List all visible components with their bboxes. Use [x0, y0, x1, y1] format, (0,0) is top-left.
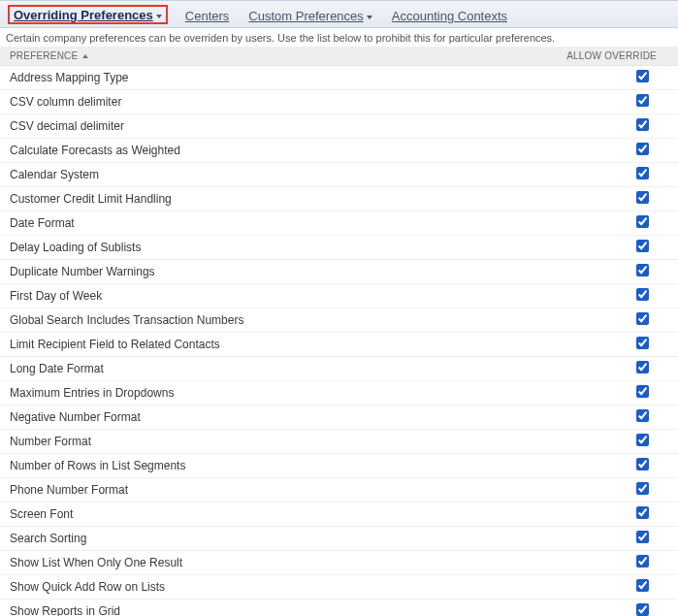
col-header-preference-label: PREFERENCE — [10, 50, 78, 61]
table-row: First Day of Week — [0, 284, 678, 308]
allow-override-cell — [543, 114, 678, 139]
allow-override-cell — [543, 187, 678, 211]
table-row: Screen Font — [0, 503, 678, 527]
col-header-allow-override[interactable]: ALLOW OVERRIDE — [543, 47, 678, 66]
table-row: Global Search Includes Transaction Numbe… — [0, 308, 678, 333]
allow-override-checkbox[interactable] — [636, 191, 649, 204]
col-header-preference[interactable]: PREFERENCE — [0, 47, 543, 66]
allow-override-cell — [543, 405, 678, 430]
tab-accounting-contexts[interactable]: Accounting Contexts — [390, 7, 509, 24]
preference-name: Calendar System — [0, 163, 543, 187]
allow-override-cell — [543, 357, 678, 381]
allow-override-cell — [543, 236, 678, 260]
table-row: Phone Number Format — [0, 478, 678, 503]
tab-label: Centers — [185, 9, 230, 23]
preference-name: Negative Number Format — [0, 405, 543, 430]
col-header-allow-override-label: ALLOW OVERRIDE — [566, 50, 657, 61]
chevron-down-icon — [156, 15, 162, 18]
allow-override-checkbox[interactable] — [636, 264, 649, 276]
sort-ascending-icon — [82, 54, 88, 58]
allow-override-cell — [543, 284, 678, 308]
preference-name: Search Sorting — [0, 527, 543, 551]
help-text: Certain company preferences can be overr… — [0, 28, 678, 47]
table-row: CSV column delimiter — [0, 90, 678, 114]
preference-name: Show List When Only One Result — [0, 551, 543, 575]
allow-override-cell — [543, 260, 678, 284]
allow-override-cell — [543, 600, 678, 617]
allow-override-cell — [543, 139, 678, 163]
allow-override-checkbox[interactable] — [636, 94, 649, 107]
allow-override-checkbox[interactable] — [636, 361, 649, 373]
allow-override-checkbox[interactable] — [636, 555, 649, 567]
preference-name: First Day of Week — [0, 284, 543, 308]
tab-label: Accounting Contexts — [392, 9, 507, 23]
table-row: Show Quick Add Row on Lists — [0, 575, 678, 600]
allow-override-checkbox[interactable] — [636, 288, 649, 301]
allow-override-cell — [543, 66, 678, 90]
preference-name: Calculate Forecasts as Weighted — [0, 139, 543, 163]
allow-override-cell — [543, 527, 678, 551]
allow-override-cell — [543, 575, 678, 600]
table-row: Show Reports in Grid — [0, 600, 678, 617]
tab-overriding-preferences[interactable]: Overriding Preferences — [8, 5, 168, 24]
allow-override-checkbox[interactable] — [636, 337, 649, 349]
allow-override-checkbox[interactable] — [636, 312, 649, 325]
allow-override-checkbox[interactable] — [636, 385, 649, 398]
allow-override-cell — [543, 503, 678, 527]
allow-override-cell — [543, 308, 678, 333]
table-row: Number of Rows in List Segments — [0, 454, 678, 478]
table-row: Delay Loading of Sublists — [0, 236, 678, 260]
table-row: Date Format — [0, 211, 678, 236]
table-row: Number Format — [0, 430, 678, 454]
allow-override-cell — [543, 90, 678, 114]
table-row: Calculate Forecasts as Weighted — [0, 139, 678, 163]
table-row: Show List When Only One Result — [0, 551, 678, 575]
allow-override-cell — [543, 478, 678, 503]
preference-name: Show Reports in Grid — [0, 600, 543, 617]
allow-override-checkbox[interactable] — [636, 482, 649, 495]
preference-name: Long Date Format — [0, 357, 543, 381]
preference-name: Limit Recipient Field to Related Contact… — [0, 333, 543, 357]
tab-centers[interactable]: Centers — [183, 7, 232, 24]
allow-override-cell — [543, 211, 678, 236]
preference-name: Global Search Includes Transaction Numbe… — [0, 308, 543, 333]
preference-name: Number of Rows in List Segments — [0, 454, 543, 478]
table-row: Long Date Format — [0, 357, 678, 381]
allow-override-checkbox[interactable] — [636, 409, 649, 422]
preference-name: Phone Number Format — [0, 478, 543, 503]
tab-custom-preferences[interactable]: Custom Preferences — [246, 7, 374, 24]
tab-label: Custom Preferences — [248, 9, 364, 23]
table-row: Negative Number Format — [0, 405, 678, 430]
allow-override-checkbox[interactable] — [636, 143, 649, 155]
preference-name: Maximum Entries in Dropdowns — [0, 381, 543, 405]
allow-override-cell — [543, 430, 678, 454]
allow-override-cell — [543, 333, 678, 357]
preference-name: CSV decimal delimiter — [0, 114, 543, 139]
preference-name: Date Format — [0, 211, 543, 236]
preference-name: Duplicate Number Warnings — [0, 260, 543, 284]
allow-override-checkbox[interactable] — [636, 579, 649, 592]
allow-override-checkbox[interactable] — [636, 458, 649, 470]
table-header-row: PREFERENCE ALLOW OVERRIDE — [0, 47, 678, 66]
allow-override-cell — [543, 454, 678, 478]
allow-override-cell — [543, 163, 678, 187]
allow-override-checkbox[interactable] — [636, 531, 649, 543]
preference-name: Number Format — [0, 430, 543, 454]
preference-name: Delay Loading of Sublists — [0, 236, 543, 260]
allow-override-checkbox[interactable] — [636, 603, 649, 616]
table-row: Customer Credit Limit Handling — [0, 187, 678, 211]
allow-override-checkbox[interactable] — [636, 434, 649, 446]
preference-name: Show Quick Add Row on Lists — [0, 575, 543, 600]
allow-override-checkbox[interactable] — [636, 240, 649, 252]
table-row: CSV decimal delimiter — [0, 114, 678, 139]
tab-bar: Overriding PreferencesCentersCustom Pref… — [0, 0, 678, 28]
table-row: Calendar System — [0, 163, 678, 187]
allow-override-checkbox[interactable] — [636, 506, 649, 519]
allow-override-checkbox[interactable] — [636, 215, 649, 228]
allow-override-cell — [543, 551, 678, 575]
chevron-down-icon — [367, 16, 372, 19]
allow-override-checkbox[interactable] — [636, 167, 649, 179]
allow-override-checkbox[interactable] — [636, 70, 649, 82]
allow-override-checkbox[interactable] — [636, 118, 649, 131]
table-row: Search Sorting — [0, 527, 678, 551]
